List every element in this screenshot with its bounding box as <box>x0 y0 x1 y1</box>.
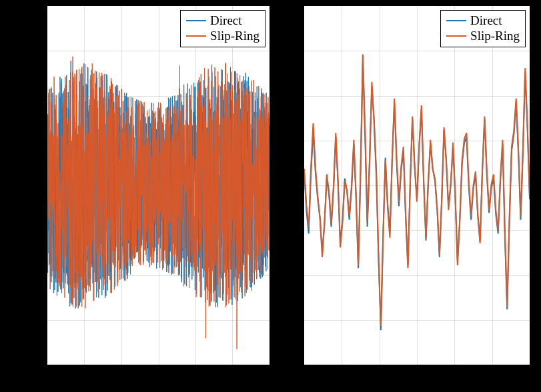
legend-right: Direct Slip-Ring <box>440 10 526 47</box>
legend-swatch-direct-r <box>446 20 466 21</box>
plot-area-left: Direct Slip-Ring <box>47 5 270 365</box>
chart-right: Direct Slip-Ring <box>304 5 530 365</box>
legend-label-direct-r: Direct <box>470 13 502 29</box>
legend-left: Direct Slip-Ring <box>180 10 265 47</box>
legend-label-slip: Slip-Ring <box>210 29 259 44</box>
legend-row-direct: Direct <box>186 13 259 29</box>
legend-row-slip-r: Slip-Ring <box>446 29 520 44</box>
legend-label-slip-r: Slip-Ring <box>470 29 520 44</box>
legend-swatch-slip <box>186 35 206 37</box>
legend-swatch-direct <box>186 20 206 21</box>
legend-row-direct-r: Direct <box>446 13 520 29</box>
plot-area-right: Direct Slip-Ring <box>304 5 530 365</box>
legend-label-direct: Direct <box>210 13 241 29</box>
chart-left: Direct Slip-Ring <box>47 5 270 365</box>
legend-swatch-slip-r <box>446 35 466 37</box>
trace-left <box>47 6 269 365</box>
trace-right <box>304 6 530 365</box>
legend-row-slip: Slip-Ring <box>186 29 259 44</box>
